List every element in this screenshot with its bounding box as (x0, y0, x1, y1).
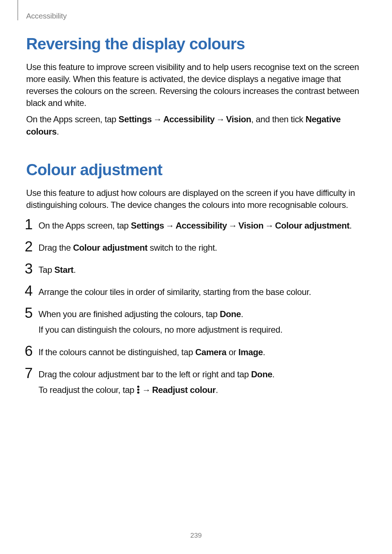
text: On the Apps screen, tap (26, 114, 119, 124)
text: or (226, 347, 238, 357)
text: . (350, 221, 352, 230)
nav-colour-adjustment: Colour adjustment (275, 221, 350, 230)
nav-vision: Vision (226, 114, 251, 124)
step-1: On the Apps screen, tap Settings→Accessi… (26, 219, 366, 231)
heading-colour-adjustment: Colour adjustment (26, 161, 366, 179)
step-4: Arrange the colour tiles in order of sim… (26, 286, 366, 298)
text: switch to the right. (147, 243, 217, 253)
header-rule (17, 0, 18, 20)
arrow-icon: → (152, 114, 163, 124)
text: Tap (38, 265, 54, 275)
text: . (57, 127, 59, 136)
text: On the Apps screen, tap (38, 221, 131, 230)
arrow-icon: → (227, 221, 238, 230)
nav-accessibility: Accessibility (176, 221, 227, 230)
button-done: Done (220, 309, 241, 319)
text: If the colours cannot be distinguished, … (38, 347, 195, 357)
text: Drag the colour adjustment bar to the le… (38, 369, 251, 379)
text: . (241, 309, 243, 319)
steps-list: On the Apps screen, tap Settings→Accessi… (26, 219, 366, 396)
reversing-para-1: Use this feature to improve screen visib… (26, 61, 366, 109)
heading-reversing: Reversing the display colours (26, 35, 366, 53)
option-readjust-colour: Readjust colour (152, 385, 216, 395)
page-number: 239 (0, 532, 392, 539)
arrow-icon: → (164, 221, 176, 230)
step-6: If the colours cannot be distinguished, … (26, 346, 366, 358)
step-7-sub: To readjust the colour, tap →Readjust co… (38, 384, 366, 396)
page-content: Reversing the display colours Use this f… (26, 35, 366, 406)
arrow-icon: → (264, 221, 275, 230)
nav-settings: Settings (119, 114, 152, 124)
button-done: Done (251, 369, 272, 379)
arrow-icon: → (215, 114, 226, 124)
text: , and then tick (251, 114, 306, 124)
step-5-sub: If you can distinguish the colours, no m… (38, 324, 366, 336)
option-colour-adjustment: Colour adjustment (73, 243, 147, 253)
text: To readjust the colour, tap (38, 385, 136, 395)
step-5: When you are finished adjusting the colo… (26, 308, 366, 336)
text: . (263, 347, 265, 357)
nav-settings: Settings (131, 221, 164, 230)
nav-vision: Vision (238, 221, 264, 230)
nav-accessibility: Accessibility (163, 114, 215, 124)
button-camera: Camera (195, 347, 226, 357)
text: . (73, 265, 75, 275)
button-start: Start (54, 265, 74, 275)
step-2: Drag the Colour adjustment switch to the… (26, 242, 366, 254)
section-header: Accessibility (26, 12, 67, 20)
text: . (216, 385, 218, 395)
text: When you are finished adjusting the colo… (38, 309, 220, 319)
more-options-icon (137, 386, 139, 394)
arrow-icon: → (140, 385, 152, 395)
button-image: Image (238, 347, 263, 357)
colour-adjust-intro: Use this feature to adjust how colours a… (26, 187, 366, 211)
text: . (272, 369, 274, 379)
reversing-para-2: On the Apps screen, tap Settings→Accessi… (26, 113, 366, 137)
text: Drag the (38, 243, 73, 253)
step-3: Tap Start. (26, 264, 366, 276)
step-7: Drag the colour adjustment bar to the le… (26, 368, 366, 396)
